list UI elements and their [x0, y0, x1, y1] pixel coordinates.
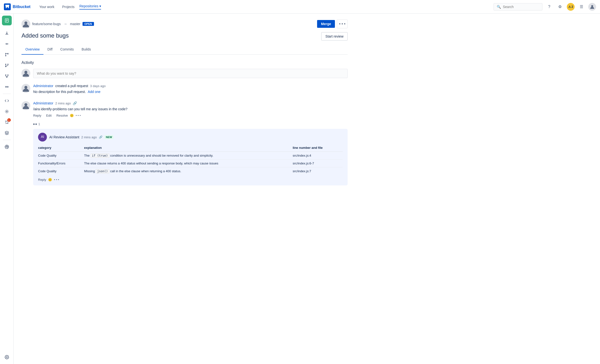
notifications-button[interactable]: ☰ [578, 3, 585, 11]
more-options-button[interactable]: • • • [337, 20, 348, 28]
comment-author-2[interactable]: Administrator [33, 101, 53, 105]
tab-overview[interactable]: Overview [21, 44, 43, 55]
search-input[interactable] [503, 5, 539, 9]
branch-from: feature/some-bugs [32, 22, 61, 26]
sidebar-code-icon[interactable] [2, 96, 12, 106]
comment-time-2: 2 mins ago [55, 101, 71, 105]
emoji-reaction-icon[interactable]: 🙂 [70, 114, 74, 117]
ai-reply-block: AI AI Review Assistant 2 mins ago 🔗 NEW … [33, 129, 348, 185]
sidebar-commits-icon[interactable] [2, 39, 12, 49]
resolve-link[interactable]: Resolve [56, 114, 68, 117]
comment-input[interactable] [33, 69, 348, 78]
main-content: feature/some-bugs → master OPEN Merge • … [14, 14, 355, 193]
expand-count: 1 [38, 122, 40, 126]
table-header-category: category [38, 144, 84, 152]
comment-action-1: created a pull request [55, 84, 88, 88]
nav-your-work[interactable]: Your work [36, 3, 57, 11]
alert-count: 2 [571, 5, 573, 9]
svg-point-13 [8, 64, 8, 65]
svg-point-30 [24, 103, 27, 106]
sidebar-branches-icon[interactable] [2, 50, 12, 60]
sidebar-fork-icon[interactable] [2, 71, 12, 81]
nav-repositories[interactable]: Repositories ▾ [79, 4, 101, 10]
chevron-down-icon: ▾ [99, 4, 101, 8]
svg-point-20 [6, 111, 7, 112]
reply-link[interactable]: Reply [33, 114, 41, 117]
comment-author-avatar-1 [21, 84, 30, 93]
logo[interactable]: Bitbucket [4, 3, 31, 10]
settings-button[interactable]: ⚙ [556, 3, 564, 11]
tab-commits[interactable]: Commits [56, 44, 78, 55]
svg-point-24 [24, 21, 27, 24]
comment-author-avatar-2 [21, 101, 30, 110]
svg-point-16 [8, 75, 8, 75]
svg-text:AI: AI [41, 135, 44, 139]
row-1-explanation: The if (true) condition is unnecessary a… [84, 152, 293, 160]
start-review-button[interactable]: Start review [321, 32, 348, 40]
new-badge: NEW [104, 135, 114, 139]
comment-meta-2: Administrator 2 mins ago 🔗 [33, 101, 348, 105]
sidebar-repo-icon[interactable] [2, 16, 12, 25]
help-button[interactable]: ? [545, 3, 553, 11]
sidebar-divider-2 [3, 140, 11, 140]
sidebar-download-icon[interactable] [2, 28, 12, 38]
pr-created-comment: Administrator created a pull request 3 d… [21, 84, 348, 96]
nav-links: Your work Projects Repositories ▾ [36, 3, 488, 11]
user-avatar[interactable] [588, 3, 596, 11]
sidebar-integrations-icon[interactable] [2, 142, 12, 152]
branch-arrow-icon: → [64, 22, 67, 26]
nav-right: 🔍 ? ⚙ ⚠ 2 ☰ [494, 3, 596, 11]
bitbucket-logo-icon [4, 3, 11, 10]
sidebar-deployments-icon[interactable] [2, 128, 12, 138]
row-3-category: Code Quality [38, 167, 84, 175]
svg-point-0 [591, 5, 593, 7]
row-2-category: Functionality/Errors [38, 160, 84, 167]
user-comment: Administrator 2 mins ago 🔗 /aira identif… [21, 101, 348, 117]
row-2-file: src/index.js:6-7 [293, 160, 343, 167]
svg-point-9 [5, 55, 6, 56]
brand-name: Bitbucket [13, 5, 31, 9]
expand-replies-indicator[interactable]: 1 [33, 122, 348, 126]
svg-point-14 [6, 77, 7, 78]
comment-time-1: 3 days ago [90, 84, 106, 88]
sidebar-compare-icon[interactable] [2, 82, 12, 92]
row-1-file: src/index.js:4 [293, 152, 343, 160]
tabs: Overview Diff Commits Builds [21, 44, 348, 55]
sidebar-pr-badge: 1 [7, 118, 11, 122]
merge-button[interactable]: Merge [317, 20, 335, 28]
sidebar-pr-badge-wrap[interactable]: 1 [2, 117, 12, 127]
comment-permalink-icon[interactable]: 🔗 [73, 101, 77, 105]
nav-projects[interactable]: Projects [59, 3, 78, 11]
search-box[interactable]: 🔍 [494, 3, 542, 10]
ai-emoji-reaction-icon[interactable]: 🙂 [48, 178, 52, 182]
more-options-comment-icon[interactable]: • • • [76, 114, 81, 117]
comment-text-2: /aira identify-problems can you tell me … [33, 107, 348, 112]
ai-permalink-icon[interactable]: 🔗 [99, 135, 103, 139]
table-header-explanation: explanation [84, 144, 293, 152]
row-1-category: Code Quality [38, 152, 84, 160]
comment-author-1[interactable]: Administrator [33, 84, 53, 88]
search-icon: 🔍 [497, 5, 501, 9]
row-3-explanation: Missing json() call in the else clause w… [84, 167, 293, 175]
pr-branch-info: feature/some-bugs → master OPEN [21, 20, 94, 28]
ai-review-table: category explanation line number and fil… [38, 144, 343, 175]
ai-avatar: AI [38, 133, 47, 142]
edit-link[interactable]: Edit [46, 114, 52, 117]
ai-reply-link[interactable]: Reply [38, 178, 46, 182]
sidebar-pr-icon[interactable] [2, 61, 12, 70]
row-3-file: src/index.js:7 [293, 167, 343, 175]
alert-badge[interactable]: ⚠ 2 [567, 3, 575, 11]
tab-builds[interactable]: Builds [78, 44, 95, 55]
comment-actions-2: Reply · Edit · Resolve 🙂 • • • [33, 114, 348, 117]
svg-point-15 [5, 75, 6, 75]
ai-more-options-icon[interactable]: • • • [54, 178, 59, 182]
tab-diff[interactable]: Diff [43, 44, 56, 55]
svg-point-5 [6, 43, 7, 45]
svg-point-28 [24, 86, 27, 89]
comment-body-2: Administrator 2 mins ago 🔗 /aira identif… [33, 101, 348, 117]
left-sidebar: 1 [0, 14, 14, 193]
add-description-link[interactable]: Add one [88, 90, 100, 94]
sidebar-pipeline-icon[interactable] [2, 107, 12, 116]
svg-point-18 [7, 86, 8, 88]
ai-reply-meta: AI Review Assistant 2 mins ago 🔗 NEW [49, 135, 114, 139]
